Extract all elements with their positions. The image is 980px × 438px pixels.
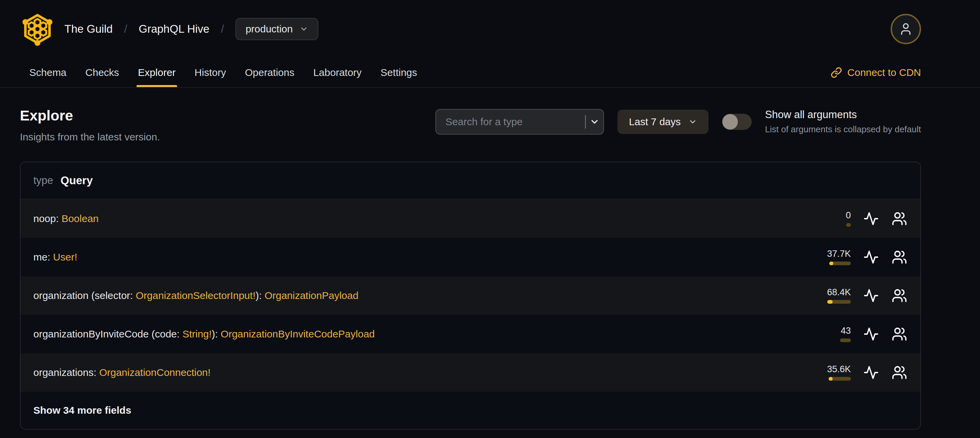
field-name: organizationByInviteCode (code: <box>33 328 183 339</box>
target-selector-value: production <box>245 23 293 35</box>
field-signature: organizations: OrganizationConnection! <box>33 367 210 378</box>
search-input[interactable] <box>436 116 585 127</box>
field-arg-type[interactable]: OrganizationSelectorInput! <box>136 290 256 301</box>
usage-bar <box>829 377 851 381</box>
show-all-arguments-toggle[interactable] <box>722 114 752 130</box>
field-usage-stat: 68.4K <box>800 288 851 304</box>
top-header: The Guild / GraphQL Hive / production <box>20 0 921 58</box>
users-icon[interactable] <box>891 288 907 304</box>
field-signature: organizationByInviteCode (code: String!)… <box>33 328 375 340</box>
field-name: noop: <box>33 213 61 224</box>
field-return-type[interactable]: Boolean <box>61 213 99 224</box>
tab-schema[interactable]: Schema <box>20 58 76 87</box>
field-usage-stat: 0 <box>800 211 851 227</box>
project-name[interactable]: GraphQL Hive <box>138 22 209 35</box>
chevron-down-icon <box>590 117 600 127</box>
field-row[interactable]: organization (selector: OrganizationSele… <box>21 276 920 315</box>
field-arg-type[interactable]: String! <box>183 328 212 339</box>
usage-bar-fill <box>829 261 833 265</box>
usage-bar <box>846 223 851 227</box>
tab-settings[interactable]: Settings <box>371 58 426 87</box>
field-name: me: <box>33 252 53 263</box>
usage-bar <box>827 300 851 304</box>
field-request-count: 68.4K <box>827 288 851 297</box>
activity-icon[interactable] <box>863 288 879 304</box>
field-row[interactable]: organizations: OrganizationConnection! 3… <box>21 353 920 392</box>
page-heading: Explore Insights from the latest version… <box>20 107 160 143</box>
tab-laboratory[interactable]: Laboratory <box>304 58 371 87</box>
combobox-divider <box>585 115 586 129</box>
nav-tabs: SchemaChecksExplorerHistoryOperationsLab… <box>20 58 921 87</box>
user-icon <box>899 22 913 36</box>
tab-explorer[interactable]: Explorer <box>129 58 185 87</box>
users-icon[interactable] <box>891 249 907 265</box>
field-request-count: 37.7K <box>827 249 851 258</box>
usage-bar-fill <box>827 300 833 304</box>
toggle-label: Show all arguments <box>765 109 921 121</box>
period-filter-value: Last 7 days <box>629 116 681 127</box>
users-icon[interactable] <box>891 326 907 342</box>
type-kind-label: type <box>33 174 53 186</box>
field-return-type[interactable]: OrganizationConnection! <box>99 367 210 378</box>
field-request-count: 35.6K <box>827 365 851 374</box>
field-usage-stat: 43 <box>800 326 851 342</box>
field-request-count: 43 <box>841 326 851 335</box>
field-return-type[interactable]: OrganizationByInviteCodePayload <box>221 328 375 339</box>
tab-history[interactable]: History <box>185 58 235 87</box>
field-row[interactable]: noop: Boolean 0 <box>21 199 920 238</box>
type-search-combobox <box>435 109 604 135</box>
nav-bar: SchemaChecksExplorerHistoryOperationsLab… <box>0 58 980 88</box>
target-selector-button[interactable]: production <box>235 18 318 40</box>
toggle-description: List of arguments is collapsed by defaul… <box>765 124 921 135</box>
field-usage-stat: 37.7K <box>800 249 851 265</box>
users-icon[interactable] <box>891 365 907 381</box>
field-row[interactable]: me: User! 37.7K <box>21 238 920 276</box>
field-return-type[interactable]: OrganizationPayload <box>264 290 358 301</box>
activity-icon[interactable] <box>863 365 879 381</box>
field-row[interactable]: organizationByInviteCode (code: String!)… <box>21 315 920 353</box>
field-usage-stat: 35.6K <box>800 365 851 381</box>
field-signature-mid: ): <box>212 328 221 339</box>
activity-icon[interactable] <box>863 326 879 342</box>
activity-icon[interactable] <box>863 249 879 265</box>
org-name[interactable]: The Guild <box>64 22 113 35</box>
connect-to-cdn-label: Connect to CDN <box>848 67 921 78</box>
breadcrumb-separator: / <box>221 22 224 35</box>
users-icon[interactable] <box>891 210 907 227</box>
page-subtitle: Insights from the latest version. <box>20 131 160 143</box>
field-request-count: 0 <box>846 211 851 220</box>
type-card-header: type Query <box>21 162 920 199</box>
combobox-chevron-button[interactable] <box>586 110 604 134</box>
usage-bar-fill <box>829 377 833 381</box>
period-filter-button[interactable]: Last 7 days <box>617 110 708 134</box>
field-list: noop: Boolean 0 me: User! 37.7K <box>21 199 920 392</box>
tab-operations[interactable]: Operations <box>235 58 304 87</box>
field-return-type[interactable]: User! <box>53 252 77 263</box>
tab-checks[interactable]: Checks <box>76 58 129 87</box>
user-avatar[interactable] <box>891 14 921 44</box>
chevron-down-icon <box>299 25 308 33</box>
field-name: organizations: <box>33 367 99 378</box>
show-more-fields-button[interactable]: Show 34 more fields <box>21 392 920 429</box>
hive-logo-icon[interactable] <box>20 11 55 46</box>
toggle-thumb <box>722 114 738 130</box>
link-icon <box>830 67 842 78</box>
page-title: Explore <box>20 107 160 124</box>
type-card-query: type Query noop: Boolean 0 me: User! <box>20 162 921 430</box>
chevron-down-icon <box>688 118 697 126</box>
field-signature: me: User! <box>33 252 77 263</box>
field-signature: noop: Boolean <box>33 213 99 225</box>
type-name[interactable]: Query <box>61 174 93 187</box>
field-name: organization (selector: <box>33 290 136 301</box>
usage-bar <box>840 338 851 342</box>
usage-bar <box>829 261 851 265</box>
connect-to-cdn-link[interactable]: Connect to CDN <box>830 58 921 87</box>
breadcrumb-separator: / <box>124 22 127 35</box>
activity-icon[interactable] <box>863 210 879 227</box>
field-signature: organization (selector: OrganizationSele… <box>33 290 358 301</box>
field-signature-mid: ): <box>256 290 265 301</box>
